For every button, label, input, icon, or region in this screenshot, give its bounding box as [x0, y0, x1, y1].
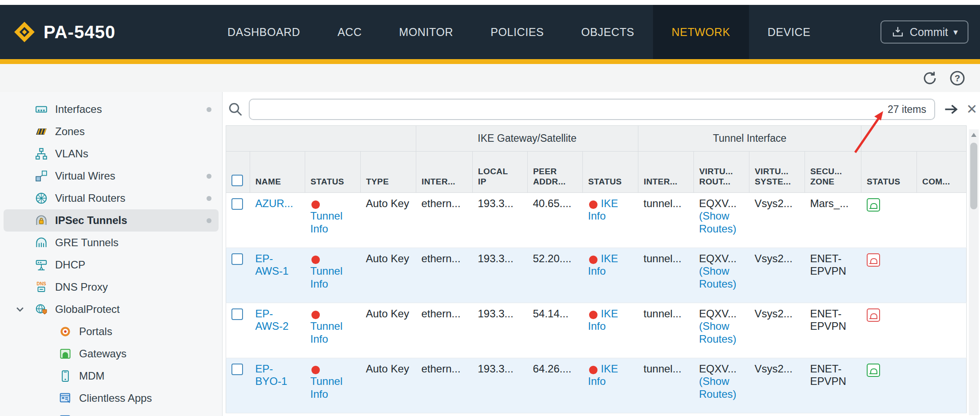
table-row: EP-BYO-1 Tunnel Info Auto Key ethern... … [226, 358, 967, 413]
sidebar-item-interfaces[interactable]: Interfaces [4, 98, 219, 120]
zones-icon [35, 125, 48, 138]
status-dot [207, 107, 211, 112]
status-red-dot [311, 256, 320, 264]
tab-monitor[interactable]: MONITOR [380, 5, 472, 59]
tunnel-info-link[interactable]: Tunnel Info [311, 265, 343, 289]
tunnel-info-link[interactable]: Tunnel Info [311, 320, 343, 344]
sidebar-item-label: GlobalProtect [55, 303, 120, 316]
search-icon [227, 101, 243, 117]
ike-status-cell: IKE Info [583, 193, 638, 248]
col-virtual-router[interactable]: VIRTU... ROUT... [694, 152, 749, 193]
column-header-row: NAME STATUS TYPE INTER... LOCAL IP PEER … [226, 152, 967, 193]
col-name[interactable]: NAME [250, 152, 305, 193]
status-dot [207, 174, 211, 179]
sidebar-item-label: Zones [55, 125, 85, 138]
tunnel-name-link[interactable]: EP-BYO-1 [255, 363, 287, 387]
sidebar-item-label: Gateways [79, 348, 127, 360]
sidebar-item-dns-proxy[interactable]: DNS DNS Proxy [4, 276, 219, 298]
show-routes-link[interactable]: (Show Routes) [699, 210, 737, 234]
tunnel-name-link[interactable]: EP-AWS-1 [255, 252, 289, 277]
col-status[interactable]: STATUS [305, 152, 361, 193]
commit-icon [891, 25, 904, 39]
tab-policies[interactable]: POLICIES [472, 5, 562, 59]
tab-network[interactable]: NETWORK [653, 5, 749, 59]
tunnel-info-link[interactable]: Tunnel Info [311, 375, 343, 400]
sidebar-item-label: GRE Tunnels [55, 236, 119, 249]
status-dot [207, 196, 211, 201]
commit-button[interactable]: Commit ▾ [880, 20, 968, 44]
type-cell: Auto Key [361, 248, 416, 303]
tunnel-status-cell: Tunnel Info [305, 248, 361, 303]
sidebar-item-label: VLANs [55, 148, 88, 160]
col-type[interactable]: TYPE [361, 152, 416, 193]
status-red-dot [589, 256, 598, 264]
col-virtual-system[interactable]: VIRTU... SYSTE... [749, 152, 805, 193]
sidebar-item-portals[interactable]: Portals [4, 320, 219, 343]
tab-acc[interactable]: ACC [319, 5, 381, 59]
group-header-row: IKE Gateway/Satellite Tunnel Interface [226, 126, 967, 152]
apply-filter-arrow-icon[interactable] [943, 101, 959, 117]
sidebar-item-zones[interactable]: Zones [4, 120, 219, 143]
row-checkbox[interactable] [231, 253, 243, 265]
sidebar-item-gateways[interactable]: Gateways [4, 343, 219, 365]
clear-filter-icon[interactable]: ✕ [966, 103, 977, 116]
col-comments[interactable]: COM... [917, 152, 967, 193]
show-routes-link[interactable]: (Show Routes) [699, 265, 737, 289]
items-count: 27 items [888, 104, 926, 116]
refresh-icon[interactable] [921, 70, 938, 87]
col-security-zone[interactable]: SECU... ZONE [805, 152, 861, 193]
sidebar-item-globalprotect[interactable]: GlobalProtect [4, 298, 219, 320]
show-routes-link[interactable]: (Show Routes) [699, 375, 737, 400]
tab-device[interactable]: DEVICE [749, 5, 829, 59]
scroll-up-arrow-icon[interactable] [971, 133, 976, 137]
device-model: PA-5450 [44, 22, 116, 42]
sidebar-item-vlans[interactable]: VLANs [4, 143, 219, 165]
col-tunnel-interface[interactable]: INTER... [638, 152, 694, 193]
chevron-down-icon[interactable] [15, 304, 25, 317]
commit-label: Commit [910, 26, 948, 39]
tab-objects[interactable]: OBJECTS [562, 5, 653, 59]
mdm-icon [59, 369, 72, 383]
tab-dashboard[interactable]: DASHBOARD [209, 5, 319, 59]
sidebar-item-clientless-apps[interactable]: Clientless Apps [4, 387, 219, 409]
col-peer-address[interactable]: PEER ADDR... [528, 152, 583, 193]
sidebar-item-virtual-wires[interactable]: Virtual Wires [4, 165, 219, 187]
sidebar-item-dhcp[interactable]: DHCP [4, 254, 219, 276]
scrollbar-thumb[interactable] [970, 143, 977, 209]
virtual-router-cell: EQXV...(Show Routes) [694, 358, 749, 413]
sidebar-item-label: DHCP [55, 259, 85, 271]
col-ike-interface[interactable]: INTER... [416, 152, 473, 193]
virtual-router-name: EQXV... [699, 363, 745, 375]
col-ike-status[interactable]: STATUS [583, 152, 638, 193]
tunnel-status-cell: Tunnel Info [305, 303, 361, 358]
globalprotect-icon [35, 303, 48, 316]
vertical-scrollbar[interactable] [969, 129, 979, 415]
sidebar-item-gre-tunnels[interactable]: GRE Tunnels [4, 232, 219, 254]
sidebar-item-ipsec-tunnels[interactable]: IPSec Tunnels [4, 209, 219, 232]
status-red-dot [311, 311, 320, 319]
filter-input[interactable] [256, 100, 888, 118]
row-checkbox[interactable] [231, 308, 243, 320]
accent-gold-bar [0, 59, 980, 64]
sidebar-item-clientless-app-groups-partial[interactable] [4, 409, 219, 416]
sidebar-item-label: Virtual Wires [55, 170, 116, 182]
col-status2[interactable]: STATUS [861, 152, 917, 193]
tunnel-name-link[interactable]: EP-AWS-2 [255, 308, 289, 332]
group-ike-gateway: IKE Gateway/Satellite [416, 126, 638, 152]
row-checkbox[interactable] [231, 364, 243, 375]
help-icon[interactable]: ? [949, 70, 966, 87]
sidebar-item-mdm[interactable]: MDM [4, 365, 219, 387]
select-all-checkbox[interactable] [231, 175, 243, 186]
sidebar-item-virtual-routers[interactable]: Virtual Routers [4, 187, 219, 209]
virtual-router-cell: EQXV...(Show Routes) [694, 193, 749, 248]
row-checkbox[interactable] [231, 198, 243, 210]
tab-label: ACC [338, 26, 362, 39]
tunnel-info-link[interactable]: Tunnel Info [311, 210, 343, 234]
virtual-router-name: EQXV... [699, 308, 745, 320]
tunnel-name-link[interactable]: AZUR... [255, 197, 293, 209]
show-routes-link[interactable]: (Show Routes) [699, 320, 737, 344]
col-local-ip[interactable]: LOCAL IP [473, 152, 528, 193]
paloalto-logo-icon [13, 21, 36, 43]
group-blank [861, 126, 967, 152]
comments-cell [917, 193, 967, 248]
